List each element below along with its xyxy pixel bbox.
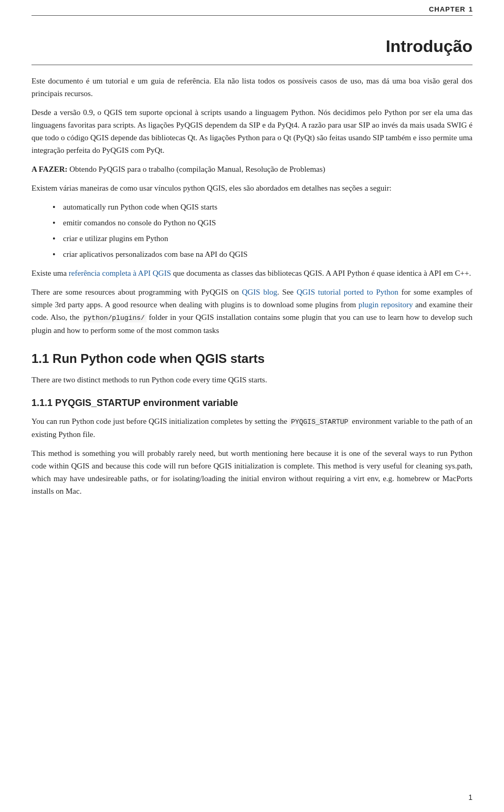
subsection-1-1-1-heading: 1.1.1 PYQGIS_STARTUP environment variabl…: [32, 398, 472, 409]
list-item: automatically run Python code when QGIS …: [52, 201, 472, 213]
paragraph-4: Existem várias maneiras de como usar vín…: [32, 182, 472, 194]
p5-pre: Existe uma: [32, 269, 69, 277]
chapter-number: 1: [469, 5, 472, 13]
subsection-p1-pre: You can run Python code just before QGIS…: [32, 417, 289, 425]
page-container: CHAPTER 1 Introdução Este documento é um…: [0, 0, 504, 812]
p6-pre: There are some resources about programmi…: [32, 288, 242, 296]
section-1-1-number: 1.1: [32, 351, 49, 366]
page-number-right: 1: [468, 793, 472, 801]
qgis-blog-link[interactable]: QGIS blog: [242, 288, 277, 296]
section-1-1-p1: There are two distinct methods to run Py…: [32, 373, 472, 386]
subsection-1-1-1-title: PYQGIS_STARTUP environment variable: [55, 398, 238, 408]
a-fazer-label: A FAZER:: [32, 165, 67, 173]
paragraph-6: There are some resources about programmi…: [32, 286, 472, 337]
section-1-1-heading: 1.1 Run Python code when QGIS starts: [32, 351, 472, 366]
paragraph-3: A FAZER: Obtendo PyQGIS para o trabalho …: [32, 163, 472, 175]
p5-post: que documenta as classes das bibliotecas…: [171, 269, 471, 277]
main-title: Introdução: [32, 37, 472, 56]
subsection-1-1-1-p2: This method is something you will probab…: [32, 447, 472, 497]
title-section: Introdução: [32, 37, 472, 65]
list-item: criar e utilizar plugins em Python: [52, 232, 472, 245]
pyqgis-startup-code: PYQGIS_STARTUP: [289, 418, 350, 426]
p6-mid1: . See: [277, 288, 297, 296]
paragraph-2: Desde a versão 0.9, o QGIS tem suporte o…: [32, 106, 472, 157]
chapter-label: CHAPTER: [429, 5, 466, 13]
subsection-1-1-1-p1: You can run Python code just before QGIS…: [32, 415, 472, 441]
subsection-1-1-1-number: 1.1.1: [32, 398, 52, 408]
list-item: criar aplicativos personalizados com bas…: [52, 248, 472, 261]
python-plugins-code: python/plugins/: [82, 314, 146, 322]
plugin-repository-link[interactable]: plugin repository: [359, 300, 413, 309]
api-qgis-link[interactable]: referência completa à API QGIS: [69, 269, 171, 277]
bullet-list: automatically run Python code when QGIS …: [52, 201, 472, 261]
paragraph-1: Este documento é um tutorial e um guia d…: [32, 75, 472, 100]
chapter-header: CHAPTER 1: [32, 0, 472, 16]
content-section: Este documento é um tutorial e um guia d…: [32, 75, 472, 497]
a-fazer-rest: Obtendo PyQGIS para o trabalho (compilaç…: [67, 165, 325, 173]
paragraph-5: Existe uma referência completa à API QGI…: [32, 267, 472, 279]
qgis-tutorial-link[interactable]: QGIS tutorial ported to Python: [297, 288, 398, 296]
list-item: emitir comandos no console do Python no …: [52, 216, 472, 229]
section-1-1-title: Run Python code when QGIS starts: [52, 351, 265, 366]
